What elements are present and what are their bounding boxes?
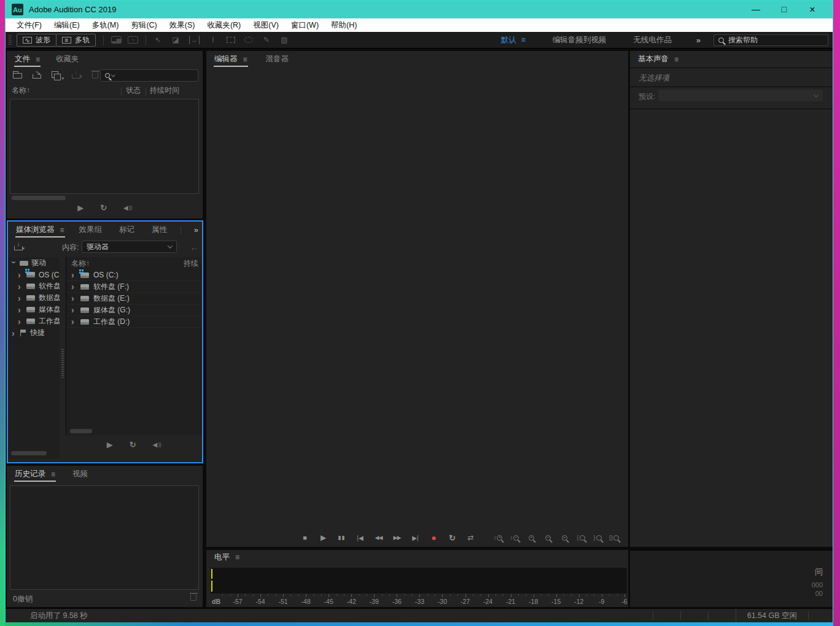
horizontal-scrollbar[interactable] [11, 451, 47, 455]
zoom-to-selection-button[interactable]: {} [607, 532, 621, 543]
play-button[interactable] [77, 203, 84, 212]
clear-history-trash-icon[interactable] [190, 595, 196, 601]
menu-item[interactable]: 收藏夹(R) [201, 20, 247, 31]
fast-forward-button[interactable] [391, 532, 403, 543]
record-button[interactable] [427, 532, 440, 543]
back-arrow-icon[interactable]: ← [190, 242, 199, 252]
workspace-overflow-chevron[interactable]: » [696, 36, 700, 45]
tree-shortcuts-row[interactable]: 快捷 [8, 327, 60, 339]
save-icon[interactable]: ▾ [72, 74, 80, 79]
new-content-icon[interactable]: ▾ [52, 71, 61, 80]
stop-button[interactable] [298, 532, 311, 543]
import-media-icon[interactable]: ▾ [14, 246, 23, 250]
workspace-tab[interactable]: 无线电作品 [633, 35, 672, 45]
horizontal-scrollbar[interactable] [12, 196, 66, 200]
auto-play-button[interactable] [100, 203, 107, 212]
multitrack-view-button[interactable]: ≡ 多轨 [56, 34, 96, 47]
open-file-icon[interactable] [13, 73, 22, 79]
column-duration[interactable]: 持续时间 [150, 85, 179, 96]
tab-essential-sound[interactable]: 基本声音 ≡ [638, 51, 679, 68]
menu-item[interactable]: 文件(F) [10, 20, 48, 31]
pause-button[interactable] [335, 532, 348, 543]
move-tool-button[interactable]: ↖ [154, 36, 162, 44]
auto-play-button[interactable] [130, 440, 136, 449]
go-to-start-button[interactable] [354, 532, 367, 543]
volume-button[interactable] [123, 204, 132, 211]
zoom-out-horizontal-button[interactable]: − [541, 532, 554, 543]
time-selection-tool-button[interactable]: ↔ [189, 36, 200, 44]
tab-media-browser[interactable]: 媒体浏览器 ≡ [16, 222, 64, 238]
tab-video[interactable]: 视频 [72, 466, 88, 482]
tree-drive-row[interactable]: OS (C:) [8, 269, 60, 280]
razor-tool-button[interactable]: ◪ [171, 36, 180, 44]
play-button[interactable] [107, 440, 113, 449]
horizontal-scrollbar[interactable] [70, 429, 92, 433]
drive-row[interactable]: 工作盘 (D:) [66, 316, 202, 328]
column-name[interactable]: 名称↑ [71, 258, 90, 269]
close-button[interactable]: × [798, 1, 826, 18]
column-splitter[interactable] [60, 257, 66, 458]
panel-menu-icon[interactable]: ≡ [51, 470, 55, 479]
zoom-out-vertical-button[interactable]: ↕ − [508, 532, 521, 543]
column-duration[interactable]: 持续 [184, 258, 198, 269]
tab-files[interactable]: 文件 ≡ [15, 51, 40, 68]
menu-item[interactable]: 编辑(E) [48, 20, 86, 31]
panel-tab[interactable]: 效果组 [79, 222, 103, 238]
panel-menu-icon[interactable]: ≡ [674, 55, 679, 64]
spectral-view-icon[interactable]: ▂▅▃ [111, 36, 122, 44]
column-status[interactable]: 状态 [126, 85, 141, 96]
ibeam-tool-button[interactable]: I [209, 36, 217, 44]
panel-tab[interactable]: 属性 [152, 222, 167, 238]
drive-row[interactable]: 媒体盘 (G:) [66, 304, 202, 316]
zoom-to-in-point-button[interactable]: { [574, 532, 588, 543]
panel-tab[interactable]: 标记 [119, 222, 134, 238]
zoom-in-horizontal-button[interactable]: + [524, 532, 538, 543]
files-search-input[interactable] [100, 69, 198, 82]
waveform-view-button[interactable]: ∿ 波形 [17, 34, 56, 47]
waveform-view-icon[interactable]: ∿ [128, 36, 138, 44]
workspace-menu-icon[interactable]: ≡ [521, 36, 526, 44]
minimize-button[interactable]: — [742, 1, 770, 18]
panel-menu-icon[interactable]: ≡ [36, 55, 40, 64]
menu-item[interactable]: 效果(S) [163, 20, 201, 31]
drive-row[interactable]: 数据盘 (E:) [66, 293, 202, 304]
tab-mixer[interactable]: 混音器 [266, 51, 289, 68]
content-dropdown[interactable]: 驱动器 [82, 241, 177, 253]
preset-dropdown[interactable] [658, 90, 823, 101]
healing-brush-tool-button[interactable]: ▧ [280, 36, 289, 44]
tree-drive-row[interactable]: 软件盘 (F:) [8, 280, 60, 292]
maximize-button[interactable]: □ [770, 1, 798, 18]
level-meter[interactable] [211, 568, 627, 593]
tree-drive-row[interactable]: 工作盘 (D:) [8, 315, 60, 327]
menu-item[interactable]: 多轨(M) [86, 20, 125, 31]
delete-icon[interactable] [92, 72, 98, 79]
tab-history[interactable]: 历史记录 ≡ [15, 466, 55, 482]
panel-menu-icon[interactable]: ≡ [60, 226, 64, 234]
lasso-selection-tool-button[interactable] [244, 37, 253, 43]
menu-item[interactable]: 帮助(H) [325, 20, 363, 31]
skip-selection-button[interactable] [464, 532, 477, 543]
marquee-selection-tool-button[interactable] [227, 37, 235, 43]
tab-overflow-chevron[interactable]: » [194, 225, 198, 234]
tab-levels[interactable]: 电平 ≡ [214, 550, 239, 565]
panel-menu-icon[interactable]: ≡ [243, 55, 247, 64]
workspace-tab-default[interactable]: 默认 [501, 35, 516, 45]
drive-row[interactable]: OS (C:) [66, 269, 202, 281]
column-name[interactable]: 名称↑ [12, 85, 30, 96]
zoom-in-vertical-button[interactable]: ↕ + [491, 532, 505, 543]
paintbrush-tool-button[interactable]: ✎ [262, 36, 271, 44]
menu-item[interactable]: 视图(V) [247, 20, 285, 31]
menu-item[interactable]: 窗口(W) [285, 20, 325, 31]
go-to-end-button[interactable] [409, 532, 422, 543]
workspace-tab[interactable]: 编辑音频到视频 [553, 35, 607, 45]
zoom-to-out-point-button[interactable]: } [591, 532, 604, 543]
panel-menu-icon[interactable]: ≡ [235, 553, 239, 562]
play-button[interactable] [317, 532, 330, 543]
tab-favorites[interactable]: 收藏夹 [56, 51, 79, 68]
loop-playback-button[interactable] [446, 532, 459, 543]
tab-editor[interactable]: 编辑器 ≡ [214, 51, 247, 68]
toolbar-grip[interactable] [9, 35, 12, 45]
volume-button[interactable] [153, 441, 161, 448]
help-search-input[interactable]: 搜索帮助 [714, 34, 828, 46]
zoom-reset-button[interactable]: • [558, 532, 571, 543]
